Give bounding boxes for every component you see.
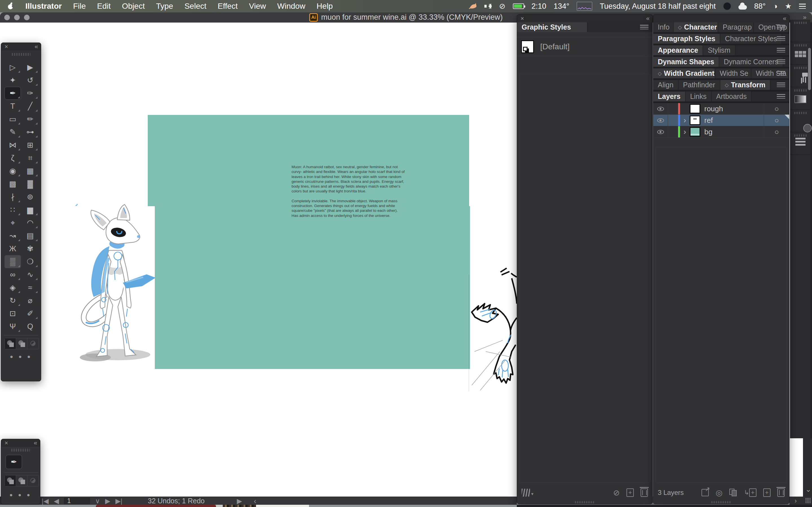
layer-row-bg[interactable]: › bg ○ — [653, 126, 789, 138]
delete-style-icon[interactable] — [641, 489, 648, 497]
tab-transform[interactable]: ◇Transform — [720, 80, 770, 90]
dock-stroke-panel[interactable] — [790, 132, 810, 155]
tool-puppet-warp[interactable]: ζ — [4, 152, 21, 165]
secondary-sketch[interactable] — [469, 267, 517, 391]
tool-transform-at-point[interactable]: ⌖ — [4, 216, 21, 229]
tab-dynamic-corners[interactable]: Dynamic Corners — [719, 57, 783, 67]
swap-fill-stroke-button[interactable] — [16, 475, 28, 486]
tool-measure[interactable]: ▤ — [22, 229, 38, 242]
unlink-style-icon[interactable]: ⊘ — [613, 488, 620, 497]
tool-inkscribe[interactable]: ↝ — [4, 229, 21, 242]
close-window-button[interactable] — [4, 15, 10, 20]
close-icon[interactable]: × — [520, 15, 524, 22]
collapse-icon[interactable]: « — [35, 43, 38, 50]
menu-app-name[interactable]: Illustrator — [26, 2, 62, 11]
fill-stroke-button[interactable] — [5, 475, 16, 486]
tools-panel[interactable]: × « ▷▶✦↺✒✑T╱▭✏✎⊶⋈⊞ζ⌗◉▦▩▓∤⊚∷▆⌖◠↝▤Ж✾▒❍∞∿◈≈… — [1, 43, 41, 381]
volume-icon[interactable] — [485, 3, 492, 9]
panel-resize-grip[interactable] — [711, 501, 731, 503]
tab-stylism[interactable]: Stylism — [703, 45, 735, 55]
tool-eyedropper[interactable]: ∤ — [4, 190, 21, 203]
tab-graphic-styles[interactable]: Graphic Styles — [517, 22, 588, 32]
panel-resize-grip[interactable] — [575, 501, 595, 503]
tool-pen-mini[interactable]: ✒ — [6, 455, 22, 469]
tab-appearance[interactable]: Appearance — [653, 45, 703, 55]
panel-stack[interactable]: « Info ◇Character Paragrap OpenTyp Parag… — [653, 14, 790, 504]
layer-name[interactable]: bg — [704, 128, 712, 136]
lock-toggle[interactable] — [668, 103, 678, 114]
swap-fill-stroke-button[interactable] — [16, 338, 28, 349]
tool-smart-remove-brush[interactable]: ✾ — [22, 242, 38, 255]
next-artboard-button[interactable]: ▶ — [105, 497, 110, 505]
menu-object[interactable]: Object — [122, 2, 145, 11]
first-artboard-button[interactable]: |◀ — [42, 497, 49, 505]
menu-edit[interactable]: Edit — [97, 2, 110, 11]
character-description-text[interactable]: Muon: A humanoid ratbot, sex neutral, ge… — [292, 165, 405, 218]
lock-toggle[interactable] — [668, 126, 678, 137]
target-circle[interactable]: ○ — [764, 103, 789, 114]
panel-menu-icon[interactable] — [777, 71, 785, 75]
export-layer-icon[interactable] — [702, 489, 709, 496]
target-circle[interactable]: ○ — [764, 115, 789, 126]
scroll-down-arrow[interactable]: ⌄ — [805, 485, 811, 494]
expand-chevron[interactable]: › — [680, 116, 690, 125]
tool-artboard[interactable]: ⌗ — [22, 152, 38, 165]
list-menu-icon[interactable] — [799, 4, 806, 9]
menu-select[interactable]: Select — [185, 2, 206, 11]
activity-graph-icon[interactable] — [576, 2, 592, 11]
dock-brushes-panel[interactable] — [790, 65, 810, 87]
tool-dynamic-measure[interactable]: ◈ — [4, 281, 21, 294]
tool-blade[interactable]: ✐ — [22, 307, 38, 320]
graphic-style-default-item[interactable]: [Default] — [517, 37, 652, 56]
new-sublayer-icon[interactable]: ↳+ — [744, 489, 756, 497]
artboard-number-field[interactable]: 1 — [64, 498, 90, 504]
character-sketch[interactable] — [75, 204, 155, 367]
target-circle[interactable]: ○ — [764, 126, 789, 137]
lock-toggle[interactable] — [668, 115, 678, 126]
tool-pencil[interactable]: ✎ — [4, 126, 21, 138]
tool-arc-adjust[interactable]: ◠ — [22, 216, 38, 229]
expand-chevron[interactable]: › — [680, 127, 690, 136]
tab-layers[interactable]: Layers — [653, 92, 686, 101]
delete-layer-icon[interactable] — [777, 489, 784, 497]
prev-artboard-button[interactable]: ◀ — [54, 497, 59, 505]
tool-widthscribe[interactable]: ≈ — [22, 281, 38, 294]
tool-magic-wand[interactable]: ✦ — [4, 74, 21, 87]
tool-perspective-grid[interactable]: ▦ — [22, 165, 38, 177]
contrast-icon[interactable]: ◑ — [773, 3, 777, 10]
zoom-window-button[interactable] — [24, 15, 30, 20]
mini-tools-panel[interactable]: × « ✒ • • • — [1, 439, 40, 504]
dock-color-panel[interactable] — [790, 20, 810, 42]
artboard-dropdown-icon[interactable]: ∨ — [95, 497, 100, 505]
scroll-right-arrow[interactable]: › — [795, 497, 797, 505]
tool-selection[interactable]: ▶ — [22, 61, 38, 74]
tab-character-styles[interactable]: Character Styles — [720, 34, 782, 44]
dock-swatches-panel[interactable] — [790, 42, 810, 65]
tool-texture[interactable]: ▒ — [4, 255, 21, 268]
do-not-disturb-icon[interactable]: ⊘ — [499, 3, 506, 10]
tool-shaper[interactable]: ⊶ — [22, 126, 38, 138]
tool-free-transform[interactable]: ⊞ — [22, 138, 38, 152]
tab-align[interactable]: Align — [653, 80, 679, 90]
tab-width-selector[interactable]: Width Se — [715, 68, 751, 78]
menu-file[interactable]: File — [73, 2, 86, 11]
panel-menu-icon[interactable] — [777, 82, 785, 87]
tool-paintbrush[interactable]: ✏ — [22, 113, 38, 126]
new-layer-icon[interactable]: + — [763, 489, 770, 497]
menu-type[interactable]: Type — [156, 2, 173, 11]
close-icon[interactable]: × — [4, 439, 8, 447]
tool-line-segment[interactable]: ╱ — [22, 100, 38, 113]
tool-shape-builder[interactable]: ◉ — [4, 165, 21, 177]
tool-dynamic-shapes[interactable]: ❍ — [22, 255, 38, 268]
menu-window[interactable]: Window — [277, 2, 305, 11]
layer-name[interactable]: rough — [704, 105, 723, 113]
dock-transparency-panel[interactable] — [790, 110, 810, 132]
tool-vectorscribe[interactable]: Ж — [4, 242, 21, 255]
weather-icon[interactable] — [739, 5, 747, 10]
battery-icon[interactable] — [513, 3, 524, 9]
tool-width-tool[interactable]: ⋈ — [4, 138, 21, 152]
apple-logo-icon[interactable] — [7, 2, 14, 10]
no-paint-button[interactable] — [28, 475, 39, 486]
layer-row-rough[interactable]: rough ○ — [653, 103, 789, 115]
moon-icon[interactable] — [723, 2, 731, 10]
